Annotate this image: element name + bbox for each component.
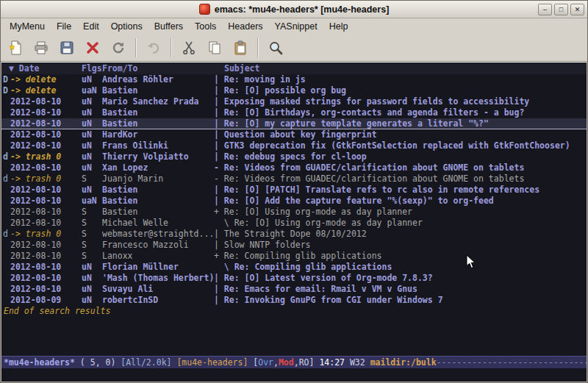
message-mark [1, 129, 10, 140]
menu-item-buffers[interactable]: Buffers [148, 20, 189, 33]
message-subject: | Re: Invoking GnuPG from CGI under Wind… [214, 295, 587, 306]
message-mark: D [1, 85, 10, 96]
undo-button[interactable] [143, 37, 165, 59]
refresh-button[interactable] [107, 37, 129, 59]
message-from: Bastien [102, 107, 214, 118]
message-from: HardKor [102, 129, 214, 140]
column-date[interactable]: ▼ Date [1, 62, 82, 74]
message-from: webmaster@straightd... [102, 229, 214, 240]
close-button[interactable]: ✕ [570, 4, 584, 15]
message-flags: uaN [82, 196, 102, 207]
save-button[interactable] [56, 37, 78, 59]
message-row[interactable]: 2012-08-10 uN Bastien | Re: [O] [PATCH] … [1, 185, 587, 196]
message-row[interactable]: 2012-08-10 uaN Bastien | Re: [O] Add the… [1, 196, 587, 207]
message-date: 2012-08-10 [10, 262, 82, 273]
message-row[interactable]: 2012-08-10 uN Mario Sanchez Prada | Expo… [1, 96, 587, 107]
message-row[interactable]: d -> trash 0 S webmaster@straightd... | … [1, 229, 587, 240]
message-subject: | Re: [O] my capture template generates … [214, 118, 587, 129]
minimize-button[interactable]: – [538, 4, 552, 15]
cut-button[interactable] [178, 37, 200, 59]
menu-item-headers[interactable]: Headers [222, 20, 268, 33]
menu-item-help[interactable]: Help [323, 20, 354, 33]
toolbar-separator [257, 38, 259, 57]
message-from: Andreas Röhler [102, 74, 214, 85]
menu-item-tools[interactable]: Tools [189, 20, 222, 33]
message-flags: S [82, 251, 102, 262]
message-flags: uN [82, 295, 102, 306]
message-subject: - Re: Videos from GUADEC/clarification a… [214, 173, 587, 185]
message-row[interactable]: 2012-08-10 uN HardKor | Question about k… [1, 129, 587, 140]
modeline-segment-dashes: ----------------------------------------… [437, 357, 587, 368]
modeline-segment-plain: , [273, 357, 279, 368]
message-subject: \ Re: Compiling glib applications [214, 262, 587, 273]
message-flags: uN [82, 151, 102, 162]
message-subject: | Re: [O] Add the capture feature "%(sex… [214, 196, 587, 207]
message-mark [1, 284, 10, 295]
menu-item-edit[interactable]: Edit [77, 20, 105, 33]
message-from: Florian Müllner [102, 262, 214, 273]
message-row[interactable]: D -> delete uaN Bastien | Re: [O] possib… [1, 85, 587, 96]
message-row[interactable]: 2012-08-10 uN Xan Lopez - Re: Videos fro… [1, 162, 587, 173]
modeline-segment-info: [All/2.0k] [121, 357, 176, 368]
message-row[interactable]: D -> delete uN Andreas Röhler | Re: movi… [1, 74, 587, 85]
modeline-segment-ro: RO [299, 357, 309, 368]
message-date: 2012-08-10 [10, 96, 82, 107]
menu-item-options[interactable]: Options [105, 20, 148, 33]
column-subject[interactable]: Subject [214, 62, 587, 74]
message-row[interactable]: 2012-08-09 uN robertcInSD | Re: Invoking… [1, 295, 587, 306]
print-button[interactable] [30, 37, 52, 59]
message-row[interactable]: d -> trash 0 uN Thierry Volpiatto | Re: … [1, 151, 587, 162]
undo-icon [146, 40, 162, 56]
message-date: 2012-08-10 [10, 218, 82, 229]
message-from: Bastien [102, 207, 214, 218]
menu-item-mymenu[interactable]: MyMenu [4, 20, 51, 33]
message-row[interactable]: 2012-08-10 S Lanoxx + Re: Compiling glib… [1, 251, 587, 262]
message-row[interactable]: 2012-08-10 S Francesco Mazzoli | Slow NN… [1, 240, 587, 251]
paste-button[interactable] [229, 37, 251, 59]
message-mark [1, 273, 10, 284]
message-row[interactable]: 2012-08-10 S Michael Welle \ Re: [O] Usi… [1, 218, 587, 229]
modeline-segment-plain: [ [253, 357, 258, 368]
mode-line: *mu4e-headers* ( 5, 0) [All/2.0k] [mu4e-… [1, 356, 587, 368]
new-file-button[interactable] [4, 37, 26, 59]
cut-icon [181, 40, 197, 56]
message-row[interactable]: 2012-08-10 uN Frans Oilinki | GTK3 depre… [1, 140, 587, 151]
message-row[interactable]: 2012-08-10 uN 'Mash (Thomas Herbert) | R… [1, 273, 587, 284]
message-subject: | Exposing masked strings for password f… [214, 96, 587, 107]
message-row[interactable]: 2012-08-10 S Bastien + Re: [O] Using org… [1, 207, 587, 218]
column-from[interactable]: From/To [102, 62, 214, 74]
menu-bar: MyMenuFileEditOptionsBuffersToolsHeaders… [1, 18, 587, 35]
message-mark [1, 207, 10, 218]
message-row[interactable]: 2012-08-10 uN Florian Müllner \ Re: Comp… [1, 262, 587, 273]
column-flags[interactable]: Flgs [82, 62, 102, 74]
message-flags: uN [82, 96, 102, 107]
message-subject: + Re: [O] Using org-mode as day planner [214, 207, 587, 218]
message-from: Thierry Volpiatto [102, 151, 214, 162]
message-from: robertcInSD [102, 295, 214, 306]
search-button[interactable] [265, 37, 287, 59]
maximize-button[interactable]: □ [554, 4, 568, 15]
message-flags: uN [82, 129, 102, 140]
message-subject: \ Re: [O] Using org-mode as day planner [214, 218, 587, 229]
message-flags: S [82, 218, 102, 229]
message-row[interactable]: 2012-08-10 uN Bastien | Re: [O] my captu… [1, 118, 587, 129]
echo-area[interactable] [1, 368, 587, 382]
copy-button[interactable] [204, 37, 226, 59]
message-date: -> trash 0 [10, 173, 82, 185]
message-from: Juanjo Marin [102, 173, 214, 185]
message-row[interactable]: d -> trash 0 S Juanjo Marin - Re: Videos… [1, 173, 587, 185]
message-flags: uaN [82, 85, 102, 96]
message-row[interactable]: 2012-08-10 uN Bastien | Re: [O] Birthday… [1, 107, 587, 118]
message-mark [1, 185, 10, 196]
menu-item-file[interactable]: File [51, 20, 77, 33]
close-buffer-button[interactable] [82, 37, 104, 59]
message-subject: | Re: [O] possible org bug [214, 85, 587, 96]
message-subject: | Re: moving in js [214, 74, 587, 85]
message-mark [1, 262, 10, 273]
menu-item-yasnippet[interactable]: YASnippet [269, 20, 323, 33]
print-icon [33, 40, 49, 56]
message-subject: | Re: [O] Birthdays, org-contacts and ag… [214, 107, 587, 118]
message-subject: | The Straight Dope 08/10/2012 [214, 229, 587, 240]
message-row[interactable]: 2012-08-10 uN Suvayu Ali | Re: Emacs for… [1, 284, 587, 295]
message-from: Michael Welle [102, 218, 214, 229]
